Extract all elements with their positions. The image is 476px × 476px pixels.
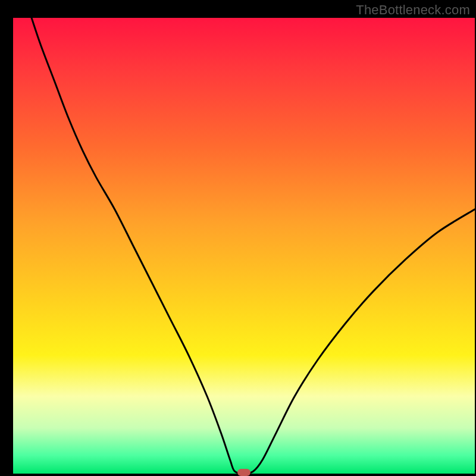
- bottleneck-chart: [0, 0, 476, 476]
- chart-svg: [0, 0, 476, 476]
- attribution-text: TheBottleneck.com: [356, 2, 470, 18]
- gradient-background: [13, 18, 475, 474]
- minimum-marker: [237, 469, 250, 476]
